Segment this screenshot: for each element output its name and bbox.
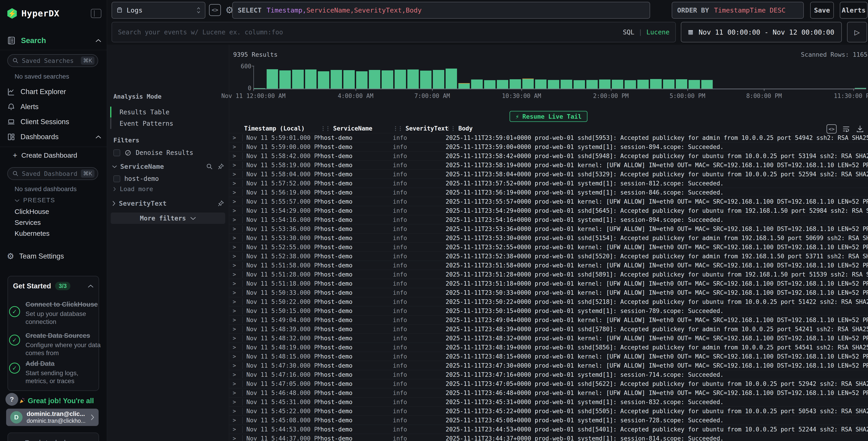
run-query-button[interactable]: ▷ [847, 22, 867, 42]
table-row[interactable]: >Nov 11 5:59:00.000 PMhost-demoinfo2025-… [229, 142, 868, 151]
chart-bar[interactable] [445, 66, 457, 89]
sidebar-item-team-settings[interactable]: ⚙ Team Settings [7, 252, 101, 261]
chart-bar[interactable] [791, 66, 802, 89]
chevron-up-icon[interactable] [95, 39, 101, 42]
chart-bar[interactable] [855, 66, 866, 89]
sidebar-item-client-sessions[interactable]: Client Sessions [7, 118, 101, 126]
chart-bar[interactable] [433, 66, 444, 89]
chart-bar[interactable] [650, 66, 661, 89]
chart-bar[interactable] [804, 66, 815, 89]
table-columns-code-icon[interactable]: <> [827, 124, 837, 134]
user-menu[interactable]: D dominic.tran@clic... dominic.tran@clic… [6, 409, 99, 426]
help-button[interactable]: ? [5, 393, 18, 406]
chevron-up-icon[interactable] [88, 284, 94, 288]
resume-live-tail-button[interactable]: ⚡ Resume Live Tail [509, 111, 587, 122]
sql-editor-button[interactable]: <> [209, 4, 221, 16]
chart-bar[interactable] [752, 66, 764, 89]
chart-bar[interactable] [676, 66, 687, 89]
column-resize-handle[interactable]: ⋮⋮ [445, 125, 455, 132]
chart-bar[interactable] [727, 66, 738, 89]
table-row[interactable]: >Nov 11 5:45:31.000 PMhost-demoinfo2025-… [229, 397, 868, 406]
table-row[interactable]: >Nov 11 5:44:53.000 PMhost-demoinfo2025-… [229, 424, 868, 434]
table-row[interactable]: >Nov 11 5:52:38.000 PMhost-demoinfo2025-… [229, 252, 868, 261]
chart-bar[interactable] [254, 66, 265, 89]
chart-bar[interactable] [292, 66, 304, 89]
order-by-input[interactable]: ORDER BY TimestampTime DESC [672, 2, 804, 19]
more-filters-button[interactable]: More filters [111, 212, 225, 224]
sidebar-item-dashboards[interactable]: Dashboards [7, 133, 101, 141]
chart-bar[interactable] [458, 66, 470, 89]
table-row[interactable]: >Nov 11 5:50:33.000 PMhost-demoinfo2025-… [229, 288, 868, 297]
table-row[interactable]: >Nov 11 5:46:48.000 PMhost-demoinfo2025-… [229, 388, 868, 397]
table-row[interactable]: >Nov 11 5:44:37.000 PMhost-demoinfo2025-… [229, 434, 868, 441]
table-row[interactable]: >Nov 11 5:54:29.000 PMhost-demoinfo2025-… [229, 206, 868, 215]
table-row[interactable]: >Nov 11 5:48:19.000 PMhost-demoinfo2025-… [229, 343, 868, 352]
preset-item-clickhouse[interactable]: ClickHouse [14, 208, 49, 215]
column-resize-handle[interactable]: ⋮⋮ [320, 125, 330, 132]
table-row[interactable]: >Nov 11 5:48:32.000 PMhost-demoinfo2025-… [229, 333, 868, 343]
table-row[interactable]: >Nov 11 5:47:16.000 PMhost-demoinfo2025-… [229, 370, 868, 379]
chart-bar[interactable] [586, 66, 598, 89]
table-row[interactable]: >Nov 11 5:56:19.000 PMhost-demoinfo2025-… [229, 188, 868, 197]
mode-event-patterns[interactable]: Event Patterns [110, 118, 224, 129]
chevron-up-icon[interactable] [95, 135, 101, 139]
chart-bar[interactable] [689, 66, 700, 89]
sql-toggle[interactable]: SQL [623, 28, 634, 36]
mode-results-table[interactable]: Results Table [110, 107, 224, 118]
save-button[interactable]: Save [810, 2, 834, 19]
date-range-picker[interactable]: Nov 11 00:00:00 - Nov 12 00:00:00 [681, 22, 842, 42]
search-input[interactable]: Search your events w/ Lucene ex. column:… [112, 22, 676, 42]
table-row[interactable]: >Nov 11 5:47:30.000 PMhost-demoinfo2025-… [229, 361, 868, 370]
chart-bar[interactable] [279, 66, 291, 89]
chart-bar[interactable] [522, 66, 534, 89]
table-row[interactable]: >Nov 11 5:59:01.000 PMhost-demoinfo2025-… [229, 133, 868, 142]
text-wrap-icon[interactable] [842, 125, 851, 133]
get-started-step-sources[interactable]: ✓ Create Data Sources Configure where yo… [9, 331, 101, 357]
table-row[interactable]: >Nov 11 5:48:39.000 PMhost-demoinfo2025-… [229, 324, 868, 333]
chart-bar[interactable] [267, 66, 278, 89]
table-row[interactable]: >Nov 11 5:51:18.000 PMhost-demoinfo2025-… [229, 279, 868, 288]
select-columns-input[interactable]: SELECT Timestamp, ServiceName,SeverityTe… [232, 2, 650, 19]
chart-bar[interactable] [701, 66, 713, 89]
create-dashboard-button[interactable]: + Create Dashboard [13, 151, 77, 160]
source-select[interactable]: Logs [112, 2, 206, 19]
chart-bar[interactable] [599, 66, 611, 89]
alerts-button[interactable]: Alerts [840, 2, 868, 19]
chart-bar[interactable] [535, 66, 547, 89]
table-row[interactable]: >Nov 11 5:45:08.000 PMhost-demoinfo2025-… [229, 415, 868, 424]
chart-bar[interactable] [561, 66, 572, 89]
sidebar-item-alerts[interactable]: Alerts [7, 102, 101, 111]
download-icon[interactable] [856, 125, 864, 133]
load-more-button[interactable]: Load more [113, 185, 153, 193]
chart-bar[interactable] [369, 66, 380, 89]
table-row[interactable]: >Nov 11 5:53:30.000 PMhost-demoinfo2025-… [229, 233, 868, 242]
get-started-step-add-data[interactable]: ✓ Add Data Start sending logs, metrics, … [9, 359, 101, 385]
table-row[interactable]: >Nov 11 5:51:28.000 PMhost-demoinfo2025-… [229, 270, 868, 279]
chart-bar[interactable] [395, 66, 406, 89]
table-row[interactable]: >Nov 11 5:50:22.000 PMhost-demoinfo2025-… [229, 297, 868, 306]
chart-bar[interactable] [778, 66, 789, 89]
chart-bar[interactable] [842, 66, 853, 89]
chart-bar[interactable] [356, 66, 368, 89]
sidebar-item-search[interactable]: Search [7, 36, 101, 45]
table-row[interactable]: >Nov 11 5:58:04.000 PMhost-demoinfo2025-… [229, 170, 868, 179]
get-started-step-connect[interactable]: ✓ Connect to ClickHouse Set up your data… [9, 300, 101, 326]
severitytext-filter-group[interactable]: SeverityText [112, 200, 224, 207]
column-resize-handle[interactable]: ⋮⋮ [393, 125, 402, 132]
chart-bar[interactable] [740, 66, 751, 89]
preset-item-services[interactable]: Services [14, 219, 41, 227]
filter-value-host-demo[interactable]: host-demo [114, 175, 224, 182]
table-row[interactable]: >Nov 11 5:47:05.000 PMhost-demoinfo2025-… [229, 379, 868, 388]
chart-bar[interactable] [663, 66, 675, 89]
chart-bar[interactable] [765, 66, 777, 89]
chart-bar[interactable] [714, 66, 725, 89]
chart-bar[interactable] [625, 66, 636, 89]
table-row[interactable]: >Nov 11 5:57:52.000 PMhost-demoinfo2025-… [229, 179, 868, 188]
chart-bar[interactable] [382, 66, 393, 89]
chart-bar[interactable] [318, 66, 329, 89]
lucene-toggle[interactable]: Lucene [646, 28, 670, 36]
chart-bar[interactable] [497, 66, 508, 89]
search-icon[interactable] [206, 163, 213, 170]
chart-bar[interactable] [612, 66, 623, 89]
table-row[interactable]: >Nov 11 5:51:58.000 PMhost-demoinfo2025-… [229, 261, 868, 270]
